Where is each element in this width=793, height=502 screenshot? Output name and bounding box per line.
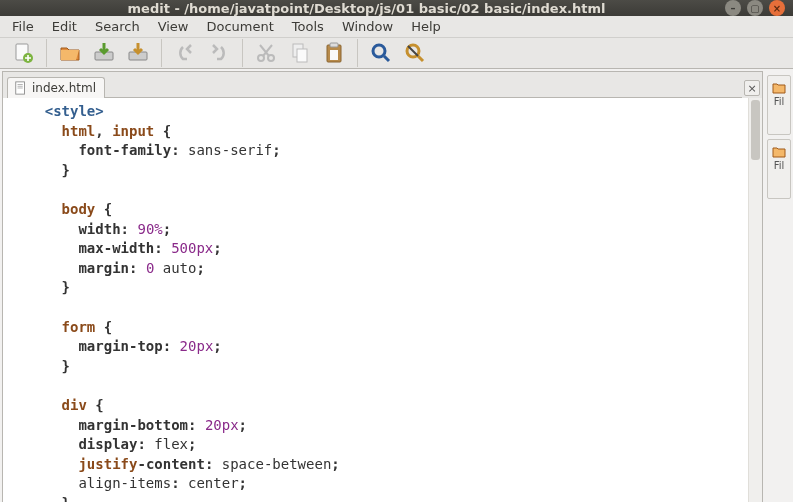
code-token: } [62, 495, 70, 502]
code-token: 20px [180, 338, 214, 354]
code-token: display [78, 436, 137, 452]
folder-open-icon [58, 41, 82, 65]
code-editor[interactable]: <style> html, input { font-family: sans-… [3, 98, 748, 502]
scissors-icon [254, 41, 278, 65]
scrollbar-thumb[interactable] [751, 100, 760, 160]
code-token: ; [239, 475, 247, 491]
menu-help[interactable]: Help [403, 16, 449, 37]
code-token: , [95, 123, 112, 139]
menu-tools[interactable]: Tools [284, 16, 332, 37]
code-token: align-items [78, 475, 171, 491]
cut-button[interactable] [251, 38, 281, 68]
document-tab[interactable]: index.html [7, 77, 105, 98]
svg-rect-9 [330, 43, 338, 47]
code-token: ; [163, 221, 171, 237]
side-panel-button-2[interactable]: Fil [767, 139, 791, 199]
find-replace-icon [403, 41, 427, 65]
code-token: : [171, 142, 188, 158]
toolbar-separator [242, 39, 243, 67]
open-file-button[interactable] [55, 38, 85, 68]
code-token: : [129, 260, 146, 276]
code-token: { [95, 201, 112, 217]
menu-file[interactable]: File [4, 16, 42, 37]
code-token: ; [196, 260, 204, 276]
side-panel-button-1[interactable]: Fil [767, 75, 791, 135]
toolbar-separator [46, 39, 47, 67]
code-token: space-between [222, 456, 332, 472]
code-token: div [62, 397, 87, 413]
code-token: { [95, 319, 112, 335]
minimize-button[interactable]: – [725, 0, 741, 16]
code-token: ; [331, 456, 339, 472]
tab-label: index.html [32, 81, 96, 95]
menu-edit[interactable]: Edit [44, 16, 85, 37]
code-token: <style> [45, 103, 104, 119]
code-token: ; [213, 338, 221, 354]
vertical-scrollbar[interactable] [748, 98, 762, 502]
code-token: max-width [78, 240, 154, 256]
side-label: Fil [774, 160, 785, 171]
save-as-button[interactable] [123, 38, 153, 68]
code-token: : [163, 338, 180, 354]
code-token: ; [272, 142, 280, 158]
code-token: } [62, 358, 70, 374]
code-token: body [62, 201, 96, 217]
code-token: ; [239, 417, 247, 433]
document-icon [14, 81, 28, 95]
toolbar-separator [161, 39, 162, 67]
code-token: 20px [205, 417, 239, 433]
code-token: margin [78, 260, 129, 276]
copy-button[interactable] [285, 38, 315, 68]
code-token: -content [137, 456, 204, 472]
side-panel: Fil Fil [765, 69, 793, 502]
undo-button[interactable] [170, 38, 200, 68]
maximize-button[interactable]: ▢ [747, 0, 763, 16]
code-token: { [87, 397, 104, 413]
code-token: font-family [78, 142, 171, 158]
code-token: auto [154, 260, 196, 276]
code-token: ; [188, 436, 196, 452]
code-token: ; [213, 240, 221, 256]
new-file-button[interactable] [8, 38, 38, 68]
code-token: sans-serif [188, 142, 272, 158]
find-button[interactable] [366, 38, 396, 68]
menu-view[interactable]: View [150, 16, 197, 37]
code-token: 90% [137, 221, 162, 237]
svg-rect-7 [297, 49, 307, 62]
window-titlebar: medit - /home/javatpoint/Desktop/js/01 b… [0, 0, 793, 16]
find-replace-button[interactable] [400, 38, 430, 68]
code-token: center [188, 475, 239, 491]
close-window-button[interactable]: × [769, 0, 785, 16]
code-token: justify [78, 456, 137, 472]
code-token: 500px [171, 240, 213, 256]
undo-icon [173, 41, 197, 65]
tab-bar: index.html × [3, 72, 762, 98]
new-file-icon [11, 41, 35, 65]
code-token: input [112, 123, 154, 139]
code-token: margin-bottom [78, 417, 188, 433]
save-button[interactable] [89, 38, 119, 68]
redo-button[interactable] [204, 38, 234, 68]
toolbar-separator [357, 39, 358, 67]
code-area: <style> html, input { font-family: sans-… [3, 98, 762, 502]
window-title: medit - /home/javatpoint/Desktop/js/01 b… [8, 1, 725, 16]
menu-document[interactable]: Document [198, 16, 281, 37]
main-area: index.html × <style> html, input { font-… [0, 69, 793, 502]
menu-search[interactable]: Search [87, 16, 148, 37]
code-token: : [121, 221, 138, 237]
menu-window[interactable]: Window [334, 16, 401, 37]
svg-rect-10 [330, 50, 338, 60]
code-token: { [154, 123, 171, 139]
paste-button[interactable] [319, 38, 349, 68]
save-icon [92, 41, 116, 65]
close-tab-button[interactable]: × [744, 80, 760, 96]
redo-icon [207, 41, 231, 65]
code-token: } [62, 279, 70, 295]
code-token: : [171, 475, 188, 491]
code-token: : [154, 240, 171, 256]
window-buttons: – ▢ × [725, 0, 785, 16]
code-token: : [137, 436, 154, 452]
copy-icon [288, 41, 312, 65]
code-token: : [205, 456, 222, 472]
svg-point-11 [373, 45, 385, 57]
